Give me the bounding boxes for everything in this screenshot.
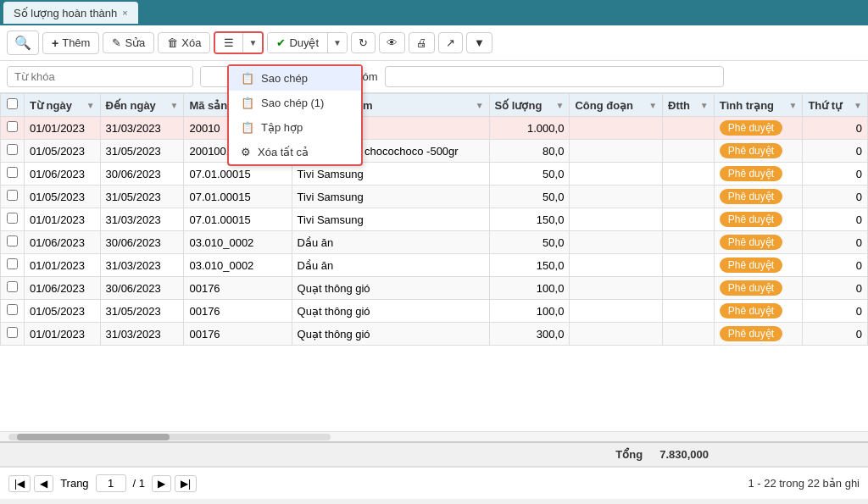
row-status: Phê duyệt <box>714 140 803 163</box>
row-to-date: 31/03/2023 <box>100 323 184 346</box>
view-button[interactable]: 👁 <box>379 32 405 53</box>
row-dtth <box>663 186 715 208</box>
filter-stage-icon[interactable]: ▼ <box>648 101 657 110</box>
menu-main-button[interactable]: ☰ <box>215 33 242 53</box>
table-row[interactable]: 01/06/2023 30/06/2023 00176 Quạt thông g… <box>1 277 868 300</box>
row-checkbox[interactable] <box>7 235 18 246</box>
keyword-input[interactable] <box>7 66 193 87</box>
nhom-input[interactable] <box>385 66 724 87</box>
dropdown-item-copy[interactable]: 📋 Sao chép <box>229 66 361 91</box>
print-button[interactable]: 🖨 <box>409 32 435 53</box>
row-order: 0 <box>803 254 868 277</box>
row-checkbox[interactable] <box>7 144 18 155</box>
filter-product-icon[interactable]: ▼ <box>476 101 484 110</box>
select-all-checkbox[interactable] <box>7 98 18 109</box>
row-status: Phê duyệt <box>714 186 803 208</box>
dropdown-item-collect[interactable]: 📋 Tập hợp <box>229 115 361 140</box>
horizontal-scrollbar[interactable] <box>0 431 868 441</box>
edit-button[interactable]: ✎ Sửa <box>103 32 154 53</box>
table-row[interactable]: 01/05/2023 31/05/2023 200100112 Túi bánh… <box>1 140 868 163</box>
row-from-date: 01/01/2023 <box>25 208 101 231</box>
row-dtth <box>663 323 715 346</box>
status-badge: Phê duyệt <box>720 280 782 296</box>
th-quantity: Số lượng ▼ <box>489 94 570 117</box>
table-row[interactable]: 01/01/2023 31/03/2023 00176 Quạt thông g… <box>1 323 868 346</box>
approve-arrow-button[interactable]: ▼ <box>327 33 347 53</box>
total-pages: / 1 <box>133 477 145 490</box>
tab-close-button[interactable]: × <box>122 8 127 18</box>
row-quantity: 50,0 <box>489 163 570 186</box>
dropdown-item-copy1[interactable]: 📋 Sao chép (1) <box>229 91 361 115</box>
row-checkbox[interactable] <box>7 121 18 132</box>
table-row[interactable]: 01/01/2023 31/03/2023 20010 1.000,0 Phê … <box>1 117 868 140</box>
row-checkbox[interactable] <box>7 258 18 269</box>
row-product: Dầu ăn <box>292 254 489 277</box>
row-checkbox[interactable] <box>7 213 18 224</box>
table-row[interactable]: 01/05/2023 31/05/2023 00176 Quạt thông g… <box>1 300 868 323</box>
row-order: 0 <box>803 323 868 346</box>
filter-quantity-icon[interactable]: ▼ <box>556 101 565 110</box>
th-to-date: Đến ngày ▼ <box>100 94 184 117</box>
row-stage <box>570 254 663 277</box>
row-checkbox[interactable] <box>7 167 18 178</box>
last-page-button[interactable]: ▶| <box>175 475 197 492</box>
row-checkbox[interactable] <box>7 281 18 292</box>
table-row[interactable]: 01/06/2023 30/06/2023 07.01.00015 Tivi S… <box>1 163 868 186</box>
prev-page-button[interactable]: ◀ <box>34 475 53 492</box>
copy1-label: Sao chép (1) <box>261 97 324 109</box>
more-button[interactable]: ▼ <box>466 32 492 53</box>
dropdown-item-delete-all[interactable]: ⚙ Xóa tất cả <box>229 140 361 164</box>
tab-label: Số lượng hoàn thành <box>14 7 117 19</box>
filter-dtth-icon[interactable]: ▼ <box>700 101 709 110</box>
row-code: 00176 <box>184 277 292 300</box>
row-product: Tivi Samsung <box>292 186 489 208</box>
filter-row: ▼ Nhóm <box>0 61 868 93</box>
search-icon-button[interactable]: 🔍 <box>7 30 39 55</box>
row-code: 03.010_0002 <box>184 254 292 277</box>
status-badge: Phê duyệt <box>720 143 782 158</box>
row-from-date: 01/01/2023 <box>25 323 101 346</box>
delete-all-label: Xóa tất cả <box>258 146 309 158</box>
filter-from-date-icon[interactable]: ▼ <box>86 101 95 110</box>
filter-to-date-icon[interactable]: ▼ <box>170 101 179 110</box>
row-code: 07.01.00015 <box>184 208 292 231</box>
scrollbar-thumb[interactable] <box>17 434 170 440</box>
row-checkbox-cell <box>1 140 25 163</box>
first-page-button[interactable]: |◀ <box>8 475 31 492</box>
row-checkbox[interactable] <box>7 304 18 315</box>
copy-icon: 📋 <box>241 72 254 85</box>
approve-main-button[interactable]: ✔ Duyệt <box>268 33 327 53</box>
add-button[interactable]: + Thêm <box>42 32 99 54</box>
next-page-button[interactable]: ▶ <box>152 475 171 492</box>
status-badge: Phê duyệt <box>720 120 782 136</box>
row-from-date: 01/05/2023 <box>25 186 101 208</box>
delete-button[interactable]: 🗑 Xóa <box>158 32 210 53</box>
menu-button-group[interactable]: ☰ ▼ <box>214 31 264 54</box>
approve-button-group[interactable]: ✔ Duyệt ▼ <box>267 32 348 53</box>
row-to-date: 31/03/2023 <box>100 117 184 140</box>
row-to-date: 30/06/2023 <box>100 163 184 186</box>
row-status: Phê duyệt <box>714 163 803 186</box>
filter-status-icon[interactable]: ▼ <box>788 101 797 110</box>
record-info: 1 - 22 trong 22 bản ghi <box>748 477 860 490</box>
row-status: Phê duyệt <box>714 231 803 254</box>
tab-so-luong[interactable]: Số lượng hoàn thành × <box>3 2 138 24</box>
export-button[interactable]: ↗ <box>438 32 463 53</box>
table-row[interactable]: 01/05/2023 31/05/2023 07.01.00015 Tivi S… <box>1 186 868 208</box>
filter-order-icon[interactable]: ▼ <box>854 101 862 110</box>
refresh-button[interactable]: ↻ <box>351 32 376 53</box>
row-dtth <box>663 254 715 277</box>
page-input[interactable] <box>96 474 126 492</box>
row-quantity: 300,0 <box>489 323 570 346</box>
th-checkbox <box>1 94 25 117</box>
row-checkbox[interactable] <box>7 190 18 201</box>
table-row[interactable]: 01/01/2023 31/03/2023 03.010_0002 Dầu ăn… <box>1 254 868 277</box>
approve-icon: ✔ <box>276 36 286 49</box>
row-status: Phê duyệt <box>714 277 803 300</box>
row-checkbox[interactable] <box>7 327 18 338</box>
row-checkbox-cell <box>1 277 25 300</box>
table-row[interactable]: 01/06/2023 30/06/2023 03.010_0002 Dầu ăn… <box>1 231 868 254</box>
table-row[interactable]: 01/01/2023 31/03/2023 07.01.00015 Tivi S… <box>1 208 868 231</box>
menu-arrow-button[interactable]: ▼ <box>242 33 262 53</box>
row-from-date: 01/06/2023 <box>25 277 101 300</box>
